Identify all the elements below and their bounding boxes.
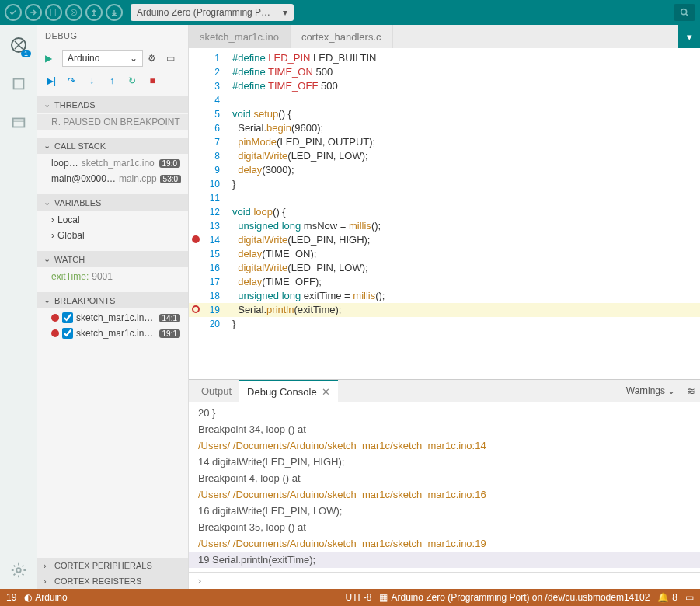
breakpoint-checkbox[interactable]: [62, 328, 73, 339]
callstack-frame[interactable]: loop… sketch_mar1c.ino19:0: [37, 155, 188, 171]
code-line[interactable]: 7 pinMode(LED_PIN, OUTPUT);: [189, 135, 700, 149]
code-line[interactable]: 9 delay(3000);: [189, 163, 700, 177]
code-line[interactable]: 16 digitalWrite(LED_PIN, LOW);: [189, 261, 700, 275]
code-line[interactable]: 18 unsigned long exitTime = millis();: [189, 289, 700, 303]
console-line: Breakpoint 4, loop () at: [198, 470, 691, 486]
breakpoint-marker[interactable]: [192, 235, 200, 243]
status-close-icon[interactable]: ▭: [685, 592, 694, 603]
breakpoint-item[interactable]: sketch_mar1c.in…19:1: [37, 326, 188, 341]
code-line[interactable]: 10}: [189, 177, 700, 191]
console-line: /Users/ /Documents/Arduino/sketch_mar1c/…: [198, 437, 691, 454]
chevron-down-icon: ⌄: [667, 385, 675, 396]
code-line[interactable]: 19 Serial.println(exitTime);: [189, 303, 700, 317]
code-line[interactable]: 8 digitalWrite(LED_PIN, LOW);: [189, 149, 700, 163]
start-debug-button[interactable]: ▶: [45, 53, 57, 64]
variable-group[interactable]: › Local: [37, 212, 188, 228]
status-line[interactable]: 19: [6, 592, 16, 603]
close-icon[interactable]: ✕: [322, 386, 330, 398]
tab-debug-console[interactable]: Debug Console ✕: [239, 380, 338, 402]
code-line[interactable]: 12void loop() {: [189, 205, 700, 219]
upload-button[interactable]: [25, 4, 42, 21]
restart-button[interactable]: ↻: [126, 75, 138, 87]
console-line: 16 digitalWrite(LED_PIN, LOW);: [198, 503, 691, 519]
code-line[interactable]: 3#define TIME_OFF 500: [189, 79, 700, 93]
wrap-icon[interactable]: ≋: [681, 380, 700, 402]
thread-row[interactable]: R. PAUSED ON BREAKPOINT: [37, 114, 188, 130]
status-lang[interactable]: ◐ Arduino: [24, 592, 67, 603]
variables-header[interactable]: ⌄VARIABLES: [37, 194, 188, 211]
variable-group[interactable]: › Global: [37, 228, 188, 243]
breakpoint-marker[interactable]: [192, 305, 200, 313]
verify-button[interactable]: [5, 4, 22, 21]
stop-button[interactable]: ■: [146, 75, 158, 87]
step-over-button[interactable]: ↷: [65, 75, 78, 87]
status-encoding[interactable]: UTF-8: [345, 592, 371, 603]
debug-console-icon[interactable]: ▭: [166, 53, 180, 64]
breakpoint-item[interactable]: sketch_mar1c.in…14:1: [37, 310, 188, 326]
serial-plotter-button[interactable]: [674, 4, 695, 21]
download-button[interactable]: [106, 4, 123, 21]
board-label: Arduino Zero (Programming P…: [137, 7, 270, 18]
breakpoint-checkbox[interactable]: [62, 312, 73, 323]
breakpoints-header[interactable]: ⌄BREAKPOINTS: [37, 292, 188, 308]
library-activity-icon[interactable]: [8, 112, 30, 134]
debug-button[interactable]: [65, 4, 82, 21]
status-board[interactable]: ▦ Arduino Zero (Programming Port) on /de…: [379, 592, 650, 603]
svg-point-2: [681, 9, 687, 15]
status-bar: 19 ◐ Arduino UTF-8 ▦ Arduino Zero (Progr…: [0, 589, 700, 606]
code-line[interactable]: 2#define TIME_ON 500: [189, 65, 700, 79]
debug-sidebar: DEBUG ▶ Arduino ⌄ ⚙ ▭ ▶| ↷ ↓ ↑ ↻ ■ ⌄THRE…: [37, 25, 189, 589]
tab-sketch[interactable]: sketch_mar1c.ino: [189, 25, 291, 48]
code-line[interactable]: 11: [189, 191, 700, 205]
tab-cortex[interactable]: cortex_handlers.c: [291, 25, 393, 48]
code-line[interactable]: 13 unsigned long msNow = millis();: [189, 219, 700, 233]
upload2-button[interactable]: [85, 4, 103, 21]
new-button[interactable]: [45, 4, 62, 21]
svg-rect-5: [13, 119, 25, 127]
gear-icon[interactable]: ⚙: [148, 53, 162, 64]
tab-dropdown[interactable]: ▾: [678, 25, 700, 48]
tab-output[interactable]: Output: [193, 380, 239, 402]
debug-activity-icon[interactable]: 1: [8, 34, 30, 56]
console-line: Breakpoint 35, loop () at: [198, 519, 691, 535]
log-level-select[interactable]: Warnings⌄: [620, 380, 681, 402]
watch-item[interactable]: exitTime: 9001: [37, 269, 188, 284]
callstack-frame[interactable]: main@0x000… main.cpp53:0: [37, 171, 188, 186]
chevron-down-icon: ▾: [283, 7, 287, 18]
console-line: 19 Serial.println(exitTime);: [189, 552, 700, 568]
console-line: 14 digitalWrite(LED_PIN, HIGH);: [198, 454, 691, 470]
code-line[interactable]: 5void setup() {: [189, 107, 700, 121]
cortex-reg-header[interactable]: ›CORTEX REGISTERS: [37, 573, 188, 589]
console-input[interactable]: ›: [189, 572, 700, 589]
console-output[interactable]: 20 }Breakpoint 34, loop () at/Users/ /Do…: [189, 402, 700, 572]
code-line[interactable]: 6 Serial.begin(9600);: [189, 121, 700, 135]
main-toolbar: Arduino Zero (Programming P… ▾: [0, 0, 700, 25]
watch-header[interactable]: ⌄WATCH: [37, 251, 188, 267]
cortex-periph-header[interactable]: ›CORTEX PERIPHERALS: [37, 558, 188, 573]
svg-rect-0: [50, 9, 55, 16]
threads-header[interactable]: ⌄THREADS: [37, 96, 188, 113]
svg-rect-4: [14, 79, 24, 89]
code-line[interactable]: 15 delay(TIME_ON);: [189, 247, 700, 261]
status-notifications[interactable]: 🔔 8: [657, 592, 677, 603]
step-into-button[interactable]: ↓: [85, 75, 98, 87]
code-editor[interactable]: 1#define LED_PIN LED_BUILTIN2#define TIM…: [189, 48, 700, 379]
board-selector[interactable]: Arduino Zero (Programming P… ▾: [131, 4, 294, 21]
continue-button[interactable]: ▶|: [45, 75, 57, 87]
editor-tabs: sketch_mar1c.ino cortex_handlers.c ▾: [189, 25, 700, 48]
debug-config-select[interactable]: Arduino ⌄: [62, 50, 143, 67]
console-line: 20 }: [198, 405, 691, 421]
code-line[interactable]: 4: [189, 93, 700, 107]
console-line: /Users/ /Documents/Arduino/sketch_mar1c/…: [198, 535, 691, 552]
settings-activity-icon[interactable]: [8, 559, 30, 581]
console-line: /Users/ /Documents/Arduino/sketch_mar1c/…: [198, 486, 691, 503]
chevron-down-icon: ⌄: [130, 53, 138, 64]
code-line[interactable]: 17 delay(TIME_OFF);: [189, 275, 700, 289]
code-line[interactable]: 20}: [189, 317, 700, 331]
code-line[interactable]: 1#define LED_PIN LED_BUILTIN: [189, 51, 700, 65]
callstack-header[interactable]: ⌄CALL STACK: [37, 138, 188, 154]
code-line[interactable]: 14 digitalWrite(LED_PIN, HIGH);: [189, 233, 700, 247]
board-activity-icon[interactable]: [8, 73, 30, 95]
step-out-button[interactable]: ↑: [106, 75, 118, 87]
console-panel: Output Debug Console ✕ Warnings⌄ ≋ 20 }B…: [189, 379, 700, 589]
